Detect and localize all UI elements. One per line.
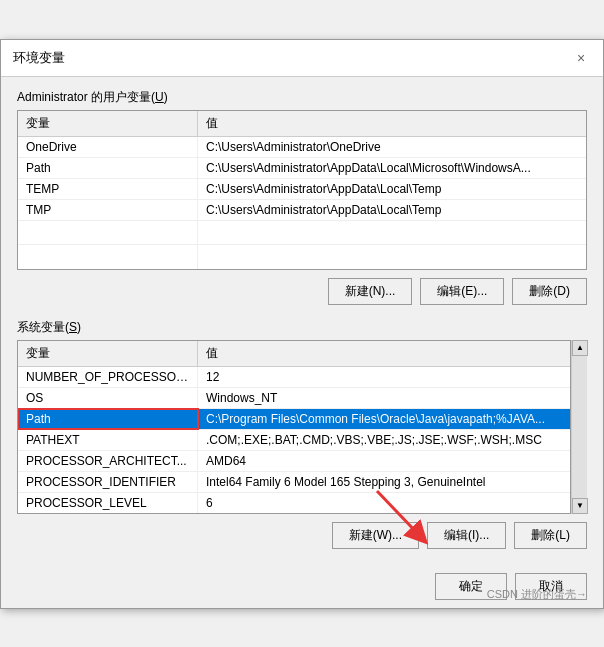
watermark: CSDN 进阶的蛋壳→	[487, 587, 587, 602]
user-row-2-var: TEMP	[18, 179, 198, 199]
sys-row-1-var: OS	[18, 388, 198, 408]
table-row[interactable]: PROCESSOR_ARCHITECT... AMD64	[18, 451, 570, 472]
user-new-button[interactable]: 新建(N)...	[328, 278, 413, 305]
scroll-down-button[interactable]: ▼	[572, 498, 588, 514]
scroll-track	[572, 356, 587, 498]
user-section-label: Administrator 的用户变量(U)	[17, 89, 587, 106]
sys-row-4-val: AMD64	[198, 451, 570, 471]
table-row[interactable]: TMP C:\Users\Administrator\AppData\Local…	[18, 200, 586, 221]
button-area: 新建(W)... 编辑(I)... 删除(L)	[17, 522, 587, 549]
sys-row-3-val: .COM;.EXE;.BAT;.CMD;.VBS;.VBE;.JS;.JSE;.…	[198, 430, 570, 450]
user-button-row: 新建(N)... 编辑(E)... 删除(D)	[17, 278, 587, 305]
system-variables-table: 变量 值 NUMBER_OF_PROCESSORS 12 OS Windows_…	[17, 340, 571, 514]
scroll-up-button[interactable]: ▲	[572, 340, 588, 356]
table-row[interactable]: PROCESSOR_IDENTIFIER Intel64 Family 6 Mo…	[18, 472, 570, 493]
table-row[interactable]: TEMP C:\Users\Administrator\AppData\Loca…	[18, 179, 586, 200]
user-row-1-var: Path	[18, 158, 198, 178]
dialog-content: Administrator 的用户变量(U) 变量 值 OneDrive C:\…	[1, 77, 603, 565]
user-header-val: 值	[198, 111, 586, 136]
table-row[interactable]: NUMBER_OF_PROCESSORS 12	[18, 367, 570, 388]
title-bar: 环境变量 ×	[1, 40, 603, 77]
sys-row-5-var: PROCESSOR_IDENTIFIER	[18, 472, 198, 492]
user-edit-button[interactable]: 编辑(E)...	[420, 278, 504, 305]
user-row-0-var: OneDrive	[18, 137, 198, 157]
sys-row-6-var: PROCESSOR_LEVEL	[18, 493, 198, 513]
table-row-empty	[18, 221, 586, 245]
sys-row-2-val: C:\Program Files\Common Files\Oracle\Jav…	[198, 409, 570, 429]
table-row[interactable]: PROCESSOR_LEVEL 6	[18, 493, 570, 513]
system-table-body: NUMBER_OF_PROCESSORS 12 OS Windows_NT Pa…	[18, 367, 570, 513]
user-table-header: 变量 值	[18, 111, 586, 137]
system-variables-section: 系统变量(S) 变量 值 NUMBER_OF_PROCESSORS 12 OS	[17, 319, 587, 549]
user-row-2-val: C:\Users\Administrator\AppData\Local\Tem…	[198, 179, 586, 199]
sys-edit-button[interactable]: 编辑(I)...	[427, 522, 506, 549]
system-section-label: 系统变量(S)	[17, 319, 587, 336]
user-delete-button[interactable]: 删除(D)	[512, 278, 587, 305]
user-variables-table: 变量 值 OneDrive C:\Users\Administrator\One…	[17, 110, 587, 270]
table-row[interactable]: PATHEXT .COM;.EXE;.BAT;.CMD;.VBS;.VBE;.J…	[18, 430, 570, 451]
user-row-0-val: C:\Users\Administrator\OneDrive	[198, 137, 586, 157]
dialog-title: 环境变量	[13, 49, 65, 67]
system-table-wrapper: 变量 值 NUMBER_OF_PROCESSORS 12 OS Windows_…	[17, 340, 587, 514]
sys-row-1-val: Windows_NT	[198, 388, 570, 408]
user-row-3-val: C:\Users\Administrator\AppData\Local\Tem…	[198, 200, 586, 220]
user-row-3-var: TMP	[18, 200, 198, 220]
table-row[interactable]: Path C:\Users\Administrator\AppData\Loca…	[18, 158, 586, 179]
sys-row-2-var-selected: Path	[18, 409, 198, 429]
user-table-body: OneDrive C:\Users\Administrator\OneDrive…	[18, 137, 586, 269]
user-variables-section: Administrator 的用户变量(U) 变量 值 OneDrive C:\…	[17, 89, 587, 305]
table-row[interactable]: OS Windows_NT	[18, 388, 570, 409]
sys-row-0-val: 12	[198, 367, 570, 387]
table-row[interactable]: OneDrive C:\Users\Administrator\OneDrive	[18, 137, 586, 158]
scrollbar[interactable]: ▲ ▼	[571, 340, 587, 514]
sys-new-button[interactable]: 新建(W)...	[332, 522, 419, 549]
table-row-empty	[18, 245, 586, 269]
sys-row-3-var: PATHEXT	[18, 430, 198, 450]
sys-header-val: 值	[198, 341, 570, 366]
sys-row-6-val: 6	[198, 493, 570, 513]
table-row-selected[interactable]: Path C:\Program Files\Common Files\Oracl…	[18, 409, 570, 430]
bottom-button-area: CSDN 进阶的蛋壳→ 确定 取消	[1, 565, 603, 608]
system-table-header: 变量 值	[18, 341, 570, 367]
sys-row-4-var: PROCESSOR_ARCHITECT...	[18, 451, 198, 471]
sys-header-var: 变量	[18, 341, 198, 366]
section-gap	[17, 309, 587, 319]
user-row-1-val: C:\Users\Administrator\AppData\Local\Mic…	[198, 158, 586, 178]
user-header-var: 变量	[18, 111, 198, 136]
sys-row-0-var: NUMBER_OF_PROCESSORS	[18, 367, 198, 387]
environment-variables-dialog: 环境变量 × Administrator 的用户变量(U) 变量 值 OneDr…	[0, 39, 604, 609]
sys-row-5-val: Intel64 Family 6 Model 165 Stepping 3, G…	[198, 472, 570, 492]
close-button[interactable]: ×	[571, 48, 591, 68]
system-button-row: 新建(W)... 编辑(I)... 删除(L)	[17, 522, 587, 549]
sys-delete-button[interactable]: 删除(L)	[514, 522, 587, 549]
